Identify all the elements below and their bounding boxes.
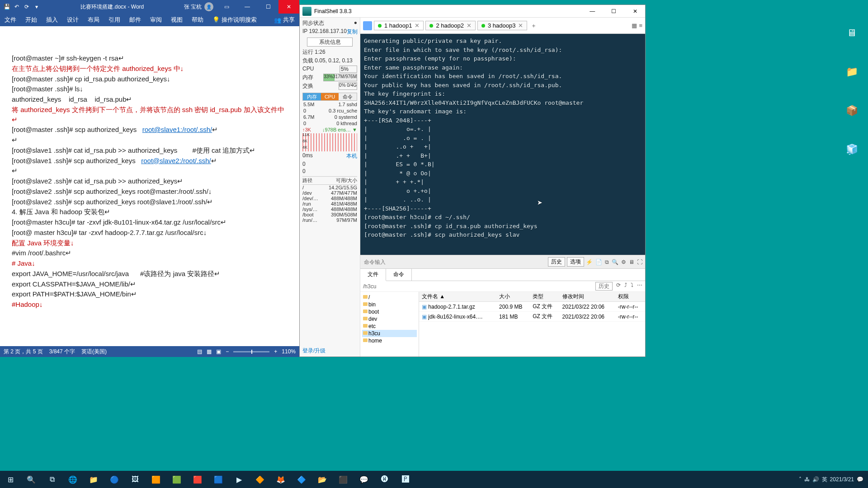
login-link[interactable]: 登录/升级	[302, 347, 357, 355]
maximize-icon[interactable]: ☐	[604, 5, 624, 18]
tray-up-icon[interactable]: ˄	[799, 476, 802, 483]
gear-icon[interactable]: ⚙	[621, 259, 626, 265]
ribbon-ref[interactable]: 引用	[104, 14, 125, 26]
close-tab-icon[interactable]: ✕	[415, 22, 420, 29]
tb-terminal[interactable]: ⬛	[333, 471, 354, 488]
fullscreen-icon[interactable]: ⛶	[637, 259, 642, 265]
file-list[interactable]: 文件名 ▲ 大小 类型 修改时间 权限 hadoop-2.7.1.tar.gz …	[419, 292, 645, 357]
refresh-icon[interactable]: ⟳	[616, 282, 621, 291]
notifications-icon[interactable]: 💬	[857, 476, 863, 483]
language[interactable]: 英语(美国)	[81, 348, 107, 356]
tree-item[interactable]: boot	[362, 308, 417, 315]
sysinfo-button[interactable]: 系统信息	[307, 38, 353, 47]
tree-item[interactable]: home	[362, 337, 417, 344]
tb-app[interactable]: 🟧	[146, 471, 166, 488]
tb-edge[interactable]: 🌐	[62, 471, 83, 488]
copy-link[interactable]: 复制	[347, 28, 358, 36]
tree-item[interactable]: dev	[362, 315, 417, 323]
volume-icon[interactable]: 🔊	[812, 476, 819, 483]
tb-ppt[interactable]: 🅿	[395, 471, 416, 488]
ribbon-review[interactable]: 审阅	[146, 14, 166, 26]
tree-item[interactable]: h3cu	[362, 330, 417, 337]
taskview-icon[interactable]: ⧉	[42, 471, 62, 488]
link[interactable]: root@slave2:/root/.ssh/	[141, 157, 211, 164]
ribbon-mail[interactable]: 邮件	[125, 14, 146, 26]
zoom-level[interactable]: 110%	[282, 348, 296, 355]
tb-chrome[interactable]: 🔵	[104, 471, 125, 488]
col-name[interactable]: 文件名 ▲	[419, 292, 496, 302]
ribbon-view[interactable]: 视图	[166, 14, 187, 26]
close-icon[interactable]: ✕	[625, 5, 645, 18]
monitor-icon[interactable]: 🖥	[629, 259, 634, 265]
tab-hadoop3[interactable]: 3 hadoop3✕	[477, 21, 527, 30]
tree-item[interactable]: bin	[362, 301, 417, 308]
metric-tabs[interactable]: 内存CPU命令	[302, 93, 357, 101]
tell-me[interactable]: 💡 操作说明搜索	[208, 14, 261, 26]
tb-app[interactable]: 🟥	[187, 471, 208, 488]
folder-icon[interactable]	[363, 21, 372, 30]
ribbon-design[interactable]: 设计	[62, 14, 83, 26]
tb-firefox[interactable]: 🦊	[270, 471, 291, 488]
download-icon[interactable]: ⤵	[631, 282, 633, 291]
redo-icon[interactable]: ⟳	[24, 4, 30, 10]
desktop-icon[interactable]: 🖥	[847, 27, 857, 39]
options-button[interactable]: 选项	[567, 257, 584, 267]
more-icon[interactable]: ⋯	[637, 282, 642, 291]
close-tab-icon[interactable]: ✕	[467, 22, 472, 29]
table-row[interactable]: hadoop-2.7.1.tar.gz 200.9 MB GZ 文件 2021/…	[419, 302, 645, 312]
clock[interactable]: 2021/3/21	[830, 476, 854, 483]
tb-app[interactable]: 🟩	[166, 471, 187, 488]
minimize-icon[interactable]: —	[582, 5, 602, 18]
desktop-icon[interactable]: 📁	[846, 66, 858, 78]
path-history-button[interactable]: 历史	[595, 282, 613, 291]
col-type[interactable]: 类型	[530, 292, 559, 302]
net-dn[interactable]: ↓978B ens… ▼	[322, 127, 357, 132]
history-button[interactable]: 历史	[548, 257, 565, 267]
share-button[interactable]: 👥 共享	[274, 16, 299, 24]
tb-app[interactable]: 🟦	[208, 471, 229, 488]
file-tree[interactable]: / bin boot dev etc h3cu home	[360, 292, 419, 357]
minimize-icon[interactable]: —	[237, 0, 258, 14]
save-icon[interactable]: 💾	[4, 4, 10, 10]
view-web-icon[interactable]: ▣	[216, 348, 221, 355]
link[interactable]: root@slave1:/root/.ssh/	[142, 126, 212, 133]
tree-item[interactable]: etc	[362, 323, 417, 330]
word-count[interactable]: 3/847 个字	[49, 348, 75, 356]
network-icon[interactable]: 🖧	[804, 476, 810, 483]
view-read-icon[interactable]: ▤	[197, 348, 202, 355]
ribbon-layout[interactable]: 布局	[83, 14, 104, 26]
tb-app[interactable]: 🔷	[291, 471, 312, 488]
current-path[interactable]: /h3cu	[363, 283, 376, 290]
ribbon-file[interactable]: 文件	[0, 14, 21, 26]
search-icon[interactable]: 🔍	[612, 259, 618, 265]
start-button[interactable]: ⊞	[0, 471, 21, 488]
ime-indicator[interactable]: 英	[822, 476, 827, 483]
terminal[interactable]: Generating public/private rsa key pair. …	[360, 34, 645, 255]
zoom-slider[interactable]	[233, 351, 269, 352]
close-icon[interactable]: ✕	[278, 0, 299, 14]
qat-more-icon[interactable]: ▾	[33, 4, 40, 10]
tb-app[interactable]: 🔶	[250, 471, 270, 488]
bolt-icon[interactable]: ⚡	[586, 259, 593, 265]
view-print-icon[interactable]: ▦	[207, 348, 212, 355]
user-area[interactable]: 张 宝杭 👤	[181, 2, 216, 11]
grid-view-icon[interactable]: ▦	[632, 22, 637, 29]
page-indicator[interactable]: 第 2 页，共 5 页	[4, 348, 43, 356]
tb-wechat[interactable]: 💬	[354, 471, 374, 488]
command-input[interactable]	[360, 259, 548, 265]
tb-explorer[interactable]: 📁	[83, 471, 104, 488]
list-view-icon[interactable]: ≡	[639, 22, 642, 29]
ribbon-opts-icon[interactable]: ▭	[216, 0, 237, 14]
col-perm[interactable]: 权限	[615, 292, 645, 302]
note-icon[interactable]: 📄	[595, 259, 602, 265]
col-size[interactable]: 大小	[496, 292, 530, 302]
tb-photos[interactable]: 🖼	[125, 471, 146, 488]
zoom-in-icon[interactable]: +	[274, 348, 277, 355]
desktop-icon[interactable]: 📦	[846, 105, 858, 117]
tb-word[interactable]: 🅦	[374, 471, 395, 488]
new-tab-icon[interactable]: ＋	[531, 22, 537, 30]
ribbon-insert[interactable]: 插入	[42, 14, 62, 26]
table-row[interactable]: jdk-8u162-linux-x64…. 181 MB GZ 文件 2021/…	[419, 312, 645, 322]
copy-icon[interactable]: ⧉	[605, 259, 609, 265]
tab-hadoop2[interactable]: 2 hadoop2✕	[425, 21, 475, 30]
